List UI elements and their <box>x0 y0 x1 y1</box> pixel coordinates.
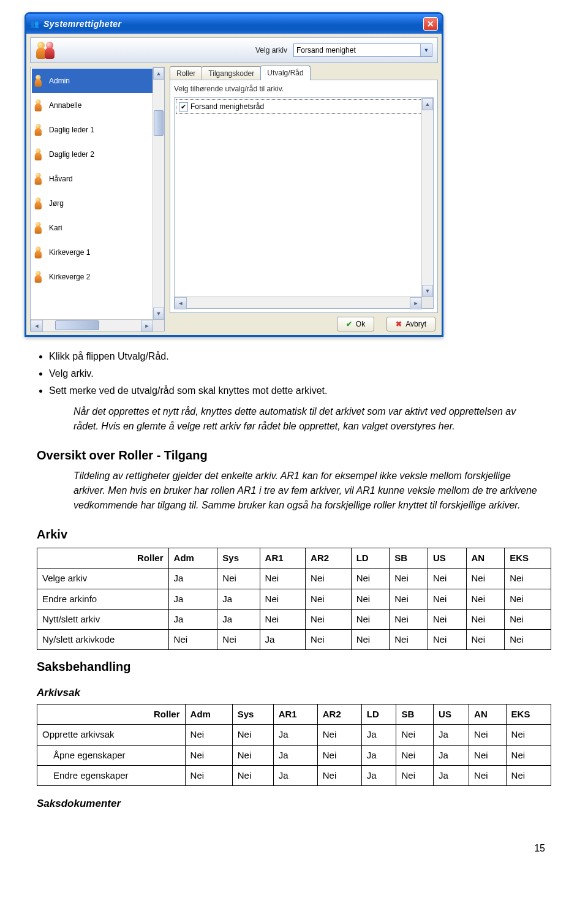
row-label: Ny/slett arkivkode <box>37 630 169 650</box>
col-header: LD <box>351 548 390 569</box>
bullet-item: Sett merke ved de utvalg/råd som skal kn… <box>49 383 564 398</box>
x-icon: ✖ <box>396 319 402 329</box>
cell: Nei <box>351 589 390 609</box>
cell: Nei <box>506 745 551 765</box>
tab[interactable]: Utvalg/Råd <box>260 66 310 80</box>
cell: Nei <box>351 569 390 589</box>
cell: Nei <box>466 609 505 629</box>
tab-content: Velg tilhørende utvalg/råd til arkiv. ✔ … <box>170 80 438 313</box>
chevron-down-icon[interactable]: ▼ <box>420 44 432 56</box>
user-name: Kari <box>49 223 62 233</box>
col-header: AN <box>466 548 505 569</box>
scroll-down-icon[interactable]: ▼ <box>153 308 164 320</box>
cell: Nei <box>260 609 306 629</box>
scroll-thumb[interactable] <box>154 110 164 136</box>
col-header: Sys <box>232 705 273 725</box>
cancel-button[interactable]: ✖Avbryt <box>386 317 435 331</box>
user-row[interactable]: Jørg <box>32 191 163 216</box>
ok-button[interactable]: ✔Ok <box>337 317 374 331</box>
row-label: Endre egenskaper <box>37 765 186 785</box>
tab[interactable]: Tilgangskoder <box>202 66 261 80</box>
user-row[interactable]: Håvard <box>32 167 163 191</box>
cell: Nei <box>185 725 232 745</box>
cell: Nei <box>232 725 273 745</box>
cell: Nei <box>396 725 434 745</box>
velg-arkiv-combo[interactable]: ▼ <box>293 43 432 57</box>
hscroll[interactable]: ◄ ► <box>31 319 153 331</box>
cell: Nei <box>505 609 551 629</box>
bullet-list: Klikk på flippen Utvalg/Råd.Velg arkiv.S… <box>49 349 564 398</box>
cell: Nei <box>351 630 390 650</box>
cell: Nei <box>306 609 352 629</box>
cell: Nei <box>217 630 260 650</box>
user-name: Håvard <box>49 174 73 184</box>
user-name: Annabelle <box>49 100 81 110</box>
cell: Nei <box>306 569 352 589</box>
person-icon <box>34 246 42 259</box>
hscroll-inner[interactable]: ◄ ► <box>175 297 422 308</box>
scroll-down-icon[interactable]: ▼ <box>422 285 433 297</box>
people-icon: 👥 <box>30 19 40 29</box>
person-icon <box>34 173 42 185</box>
cell: Ja <box>168 609 217 629</box>
cell: Nei <box>428 630 466 650</box>
person-icon <box>34 75 42 87</box>
velg-arkiv-label: Velg arkiv <box>255 45 287 55</box>
cell: Nei <box>466 589 505 609</box>
vscroll[interactable]: ▲ ▼ <box>153 67 164 320</box>
col-header: EKS <box>506 705 551 725</box>
scroll-up-icon[interactable]: ▲ <box>153 67 164 80</box>
cell: Nei <box>506 725 551 745</box>
user-row[interactable]: Kari <box>32 216 163 240</box>
col-header: EKS <box>505 548 551 569</box>
hint-text: Velg tilhørende utvalg/råd til arkiv. <box>174 84 434 94</box>
cell: Nei <box>466 630 505 650</box>
check-row[interactable]: ✔ Forsand menighetsråd <box>176 99 422 114</box>
cell: Nei <box>505 630 551 650</box>
row-label: Åpne egenskaper <box>37 745 186 765</box>
cell: Nei <box>505 589 551 609</box>
cell: Nei <box>317 745 361 765</box>
scroll-up-icon[interactable]: ▲ <box>422 98 433 110</box>
check-icon: ✔ <box>346 319 352 329</box>
col-header: AR2 <box>317 705 361 725</box>
user-row[interactable]: Kirkeverge 1 <box>32 240 163 265</box>
user-row[interactable]: Kirkeverge 2 <box>32 265 163 289</box>
col-header: SB <box>390 548 428 569</box>
col-header: Sys <box>217 548 260 569</box>
velg-arkiv-input[interactable] <box>294 46 420 55</box>
scroll-thumb-h[interactable] <box>55 320 99 330</box>
cell: Ja <box>361 745 396 765</box>
cell: Nei <box>469 745 507 765</box>
tab[interactable]: Roller <box>170 66 202 80</box>
checkbox-icon[interactable]: ✔ <box>179 102 188 111</box>
user-row[interactable]: Admin <box>32 69 163 93</box>
person-red-icon <box>44 42 55 59</box>
titlebar[interactable]: 👥 Systemrettigheter ✕ <box>26 14 442 34</box>
col-header: US <box>434 705 469 725</box>
scroll-right-icon[interactable]: ► <box>410 297 422 309</box>
scroll-left-icon[interactable]: ◄ <box>31 320 43 332</box>
vscroll-inner[interactable]: ▲ ▼ <box>421 98 433 297</box>
cell: Nei <box>317 765 361 785</box>
col-header: SB <box>396 705 434 725</box>
cell: Nei <box>505 569 551 589</box>
cell: Nei <box>428 609 466 629</box>
cell: Nei <box>466 569 505 589</box>
cell: Nei <box>428 589 466 609</box>
user-row[interactable]: Annabelle <box>32 93 163 118</box>
cell: Nei <box>232 765 273 785</box>
row-label: Endre arkinfo <box>37 589 169 609</box>
system-rights-window: 👥 Systemrettigheter ✕ Velg arkiv ▼ Admin… <box>24 12 443 337</box>
cell: Nei <box>390 630 428 650</box>
scroll-right-icon[interactable]: ► <box>141 320 153 332</box>
user-name: Daglig leder 2 <box>49 149 94 159</box>
cell: Nei <box>506 765 551 785</box>
user-row[interactable]: Daglig leder 2 <box>32 142 163 167</box>
cell: Nei <box>217 569 260 589</box>
scroll-left-icon[interactable]: ◄ <box>175 297 187 309</box>
user-row[interactable]: Daglig leder 1 <box>32 118 163 142</box>
roles-table-arkivsak: RollerAdmSysAR1AR2LDSBUSANEKSOpprette ar… <box>37 704 551 786</box>
close-icon[interactable]: ✕ <box>423 17 438 31</box>
col-header: Roller <box>37 705 186 725</box>
